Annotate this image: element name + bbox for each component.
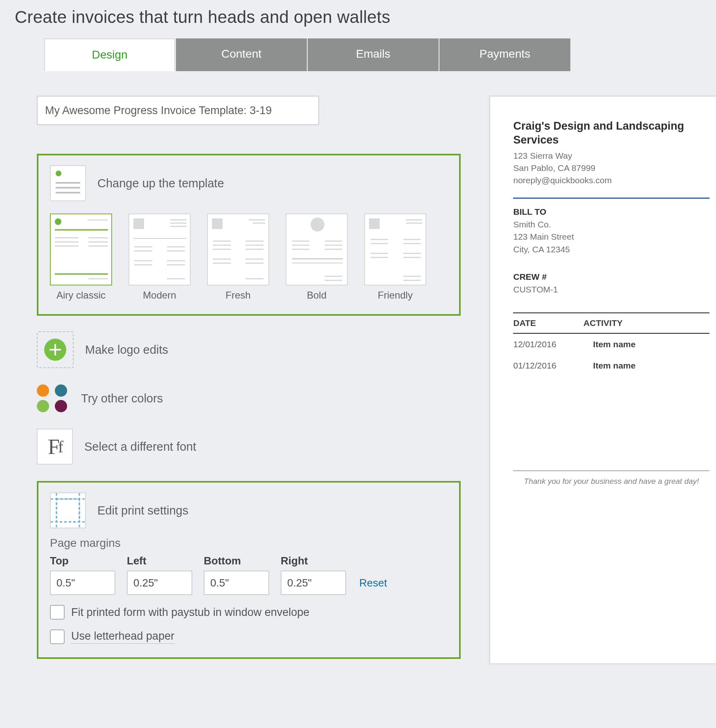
page-title: Create invoices that turn heads and open…: [0, 0, 716, 38]
section-change-template: Change up the template: [37, 154, 461, 316]
margin-left-input[interactable]: [127, 571, 192, 595]
margin-right-label: Right: [281, 555, 346, 567]
thumb-airy-classic[interactable]: Airy classic: [50, 213, 112, 301]
bill-to-body: Smith Co. 123 Main Street City, CA 12345: [513, 218, 709, 256]
thumb-bold[interactable]: Bold: [286, 213, 348, 301]
section-colors[interactable]: Try other colors: [37, 384, 461, 412]
add-logo-icon[interactable]: [37, 331, 74, 368]
thumb-friendly[interactable]: Friendly: [364, 213, 426, 301]
margins-heading: Page margins: [50, 537, 448, 550]
margin-top-input[interactable]: [50, 571, 115, 595]
fit-paystub-label: Fit printed form with paystub in window …: [71, 606, 309, 619]
font-icon: Ff: [37, 429, 73, 465]
color-palette-icon: [37, 384, 70, 412]
preview-divider: [513, 198, 709, 199]
section-title: Select a different font: [84, 440, 196, 454]
preview-company-address: 123 Sierra Way San Pablo, CA 87999 norep…: [513, 150, 709, 187]
section-title: Edit print settings: [97, 504, 188, 517]
thumb-fresh[interactable]: Fresh: [207, 213, 269, 301]
margin-bottom-label: Bottom: [204, 555, 269, 567]
fit-paystub-checkbox[interactable]: [50, 605, 65, 620]
tab-bar: Design Content Emails Payments: [44, 38, 716, 71]
section-title: Change up the template: [97, 177, 224, 190]
margin-bottom-input[interactable]: [204, 571, 269, 595]
plus-icon: [44, 339, 66, 361]
section-title: Try other colors: [81, 392, 163, 405]
preview-company-name: Craig's Design and Landscaping Services: [513, 119, 709, 147]
tab-payments[interactable]: Payments: [439, 38, 570, 71]
section-logo[interactable]: Make logo edits: [37, 331, 461, 368]
crew-heading: CREW #: [513, 272, 709, 282]
margin-left-label: Left: [127, 555, 192, 567]
bill-to-heading: BILL TO: [513, 207, 709, 217]
crew-value: CUSTOM-1: [513, 283, 709, 296]
template-name-input[interactable]: [37, 96, 319, 125]
letterhead-checkbox[interactable]: [50, 629, 65, 644]
invoice-preview: Craig's Design and Landscaping Services …: [489, 96, 716, 664]
margin-right-input[interactable]: [281, 571, 346, 595]
print-settings-icon: [50, 492, 86, 528]
margin-top-label: Top: [50, 555, 115, 567]
preview-table-header: DATE ACTIVITY: [513, 312, 709, 334]
preview-footer-rule: [513, 470, 709, 471]
reset-margins-link[interactable]: Reset: [359, 577, 387, 589]
section-font[interactable]: Ff Select a different font: [37, 429, 461, 465]
preview-table-row: 12/01/2016 Item name: [513, 334, 709, 355]
tab-emails[interactable]: Emails: [308, 38, 439, 71]
preview-table-row: 01/12/2016 Item name: [513, 355, 709, 376]
letterhead-label: Use letterhead paper: [71, 630, 174, 644]
svg-rect-0: [56, 499, 79, 522]
tab-content[interactable]: Content: [176, 38, 307, 71]
preview-thankyou: Thank you for your business and have a g…: [513, 477, 709, 486]
tab-design[interactable]: Design: [44, 38, 175, 71]
section-title: Make logo edits: [85, 343, 168, 357]
section-print-settings: Edit print settings Page margins Top Lef…: [37, 481, 461, 659]
thumb-modern[interactable]: Modern: [128, 213, 191, 301]
template-icon: [50, 165, 86, 201]
